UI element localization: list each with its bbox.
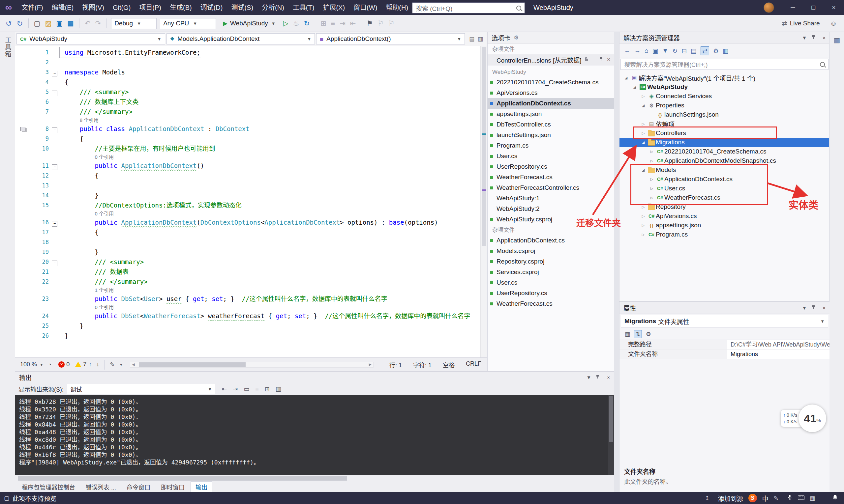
redo-icon[interactable]: ↷ <box>95 19 101 28</box>
expander-icon[interactable]: ▷ <box>648 149 656 154</box>
add-to-source-control-icon[interactable]: ↥ <box>705 495 709 502</box>
code-text[interactable]: /// </summary> <box>60 107 133 116</box>
document-tab[interactable]: launchSettings.json <box>488 130 614 140</box>
tree-item[interactable]: ◢⚙Properties <box>619 101 829 110</box>
code-text[interactable]: public DbSet<User> user { get; set; } //… <box>60 294 387 304</box>
expander-icon[interactable]: ▷ <box>648 186 656 191</box>
codelens-references[interactable]: 0 个引用 <box>60 154 114 161</box>
close-icon[interactable]: × <box>823 35 826 40</box>
code-text[interactable]: } <box>60 247 99 257</box>
pin-icon[interactable] <box>599 57 603 62</box>
sogou-ime-icon[interactable]: S <box>748 494 757 502</box>
pending-changes-filter-icon[interactable]: ▼ <box>662 47 668 54</box>
code-text[interactable] <box>60 181 65 191</box>
property-value[interactable]: Migrations <box>727 349 829 359</box>
code-text[interactable]: public ApplicationDbContext() <box>60 161 204 170</box>
tree-item[interactable]: ◢Models <box>619 165 829 175</box>
tree-item[interactable]: ▷C#20221020101704_CreateSchema.cs <box>619 147 829 156</box>
output-source-select[interactable]: 调试 ▼ <box>67 384 215 394</box>
minimize-button[interactable]: ─ <box>783 0 803 15</box>
tree-item[interactable]: ▷Repository <box>619 202 829 212</box>
ime-pen-icon[interactable]: ✎ <box>774 495 778 502</box>
menu-item[interactable]: 帮助(H) <box>381 0 412 15</box>
expander-icon[interactable]: ▷ <box>648 177 656 181</box>
maximize-button[interactable]: □ <box>803 0 824 15</box>
chevron-down-icon[interactable]: ▼ <box>802 35 807 40</box>
document-tab[interactable]: Program.cs <box>488 140 614 151</box>
toggle-view-icon[interactable]: ▥ <box>478 36 483 42</box>
user-avatar[interactable] <box>763 2 774 13</box>
close-button[interactable]: × <box>824 0 844 15</box>
goto-next-message-icon[interactable]: ⇥ <box>233 385 238 393</box>
tree-item[interactable]: ▷{}appsettings.json <box>619 221 829 230</box>
breadcrumb-project-select[interactable]: C#WebApiStudy▼ <box>16 33 165 44</box>
document-tab[interactable]: WeatherForecast.cs <box>488 172 614 182</box>
property-pages-icon[interactable]: ⚙ <box>646 331 651 338</box>
expander-icon[interactable]: ▷ <box>639 131 647 136</box>
code-text[interactable] <box>60 237 65 247</box>
expander-icon[interactable]: ▷ <box>639 205 647 209</box>
expander-icon[interactable]: ▷ <box>648 159 656 163</box>
previous-issue-icon[interactable]: ↑ <box>89 361 92 368</box>
pinned-document-tab[interactable]: ControllerEn...sions [从元数据]× <box>488 54 614 65</box>
document-tab[interactable]: DbTestController.cs <box>488 119 614 130</box>
menu-item[interactable]: Git(G) <box>108 0 135 15</box>
docked-panel-icon[interactable]: ▥ <box>829 36 844 44</box>
scrollbar-thumb[interactable] <box>139 362 246 367</box>
home-icon[interactable]: ⌂ <box>644 47 648 54</box>
code-text[interactable]: { <box>60 170 99 181</box>
tree-item[interactable]: ◢▣解决方案"WebApiStudy"(1 个项目/共 1 个) <box>619 73 829 82</box>
menu-item[interactable]: 调试(D) <box>196 0 227 15</box>
minimap-icon[interactable]: ◔ <box>48 361 51 368</box>
document-tab[interactable]: WebApiStudy:1 <box>488 193 614 203</box>
tool-window-tab[interactable]: 命令窗口 <box>122 482 155 492</box>
property-row[interactable]: 文件夹名称Migrations <box>619 349 829 359</box>
save-icon[interactable]: ▣ <box>56 19 63 28</box>
code-text[interactable]: } <box>60 191 99 200</box>
document-tab[interactable]: ApplicationDbContext.cs <box>488 235 614 246</box>
indent-icon[interactable]: ⇥ <box>340 19 345 28</box>
restart-icon[interactable]: ↻ <box>304 19 310 28</box>
next-issue-icon[interactable]: ↓ <box>96 361 99 368</box>
sync-with-active-document-icon[interactable]: ⇄ <box>701 47 709 55</box>
tree-item[interactable]: ▷C#ApiVersions.cs <box>619 212 829 221</box>
expander-icon[interactable]: ◢ <box>639 140 647 145</box>
expander-icon[interactable]: ◢ <box>622 76 630 80</box>
chevron-down-icon[interactable]: ▼ <box>119 362 123 367</box>
code-text[interactable]: /// <summary> <box>60 87 128 97</box>
code-text[interactable]: } <box>60 331 68 341</box>
alphabetical-icon[interactable]: ⇅ <box>634 330 642 338</box>
word-wrap-icon[interactable]: ≡ <box>255 386 259 393</box>
toolbox-vertical-tab[interactable]: 工具箱 <box>3 37 12 58</box>
breadcrumb-method-select[interactable]: ◼ApplicationDbContext()▼ <box>316 33 465 44</box>
menu-item[interactable]: 项目(P) <box>135 0 166 15</box>
net-speed-widget[interactable]: ↑0 K/s ↓0 K/s 41 % <box>781 404 826 432</box>
document-tab[interactable]: User.cs <box>488 151 614 161</box>
code-text[interactable]: } <box>60 321 83 331</box>
warning-count[interactable]: 7 <box>83 361 86 368</box>
tree-item[interactable]: ▷C#WeatherForecast.cs <box>619 193 829 202</box>
tool-window-tab[interactable]: 错误列表 ... <box>81 482 121 492</box>
tree-item[interactable]: ▷Controllers <box>619 128 829 138</box>
categorized-icon[interactable]: ▦ <box>625 331 630 338</box>
menu-item[interactable]: 分析(N) <box>258 0 289 15</box>
property-value[interactable]: D:\C#学习\Web API\WebApiStudy\We <box>727 340 829 349</box>
warning-count-icon[interactable] <box>75 362 82 367</box>
chevron-down-icon[interactable]: ▼ <box>802 305 807 311</box>
tree-item[interactable]: ▷▤依赖项 <box>619 119 829 128</box>
add-to-source-control-label[interactable]: 添加到源 <box>718 494 743 503</box>
expander-icon[interactable]: ◢ <box>631 85 639 89</box>
collapse-all-icon[interactable]: ⊟ <box>682 47 687 55</box>
next-bookmark-icon[interactable]: ⚐ <box>389 19 395 28</box>
start-debugging-button[interactable]: ▶ WebApiStudy ▼ <box>219 18 279 29</box>
pin-icon[interactable] <box>811 35 815 40</box>
output-horizontal-scrollbar[interactable] <box>15 475 614 481</box>
code-text[interactable]: /// <summary> <box>60 257 144 267</box>
pin-icon[interactable] <box>596 375 600 380</box>
editor-vertical-scrollbar[interactable] <box>480 46 487 358</box>
save-all-icon[interactable]: ▦ <box>67 19 74 28</box>
document-tab[interactable]: User.cs <box>488 277 614 288</box>
keyboard-icon[interactable] <box>798 494 805 502</box>
tree-item[interactable]: ▷C#ApplicationDbContext.cs <box>619 175 829 184</box>
new-project-icon[interactable]: ▢ <box>34 19 40 28</box>
